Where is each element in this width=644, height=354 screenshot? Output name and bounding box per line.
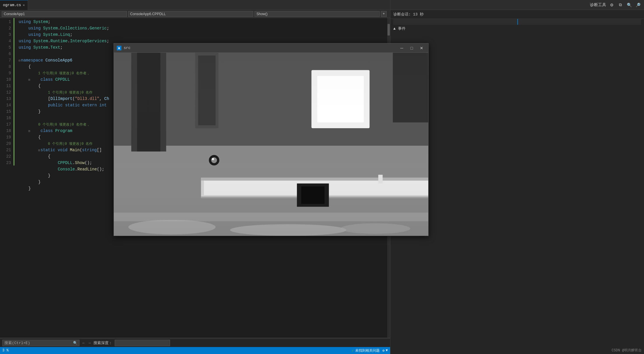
tab-bar: ogram.cs ✕ [0,0,390,10]
search-icon-btn[interactable]: 🔍 [73,341,77,345]
gutter [13,18,17,354]
events-section: ▲ 事件 [390,25,644,32]
window-minimize-btn[interactable]: ─ [398,45,406,51]
window-maximize-btn[interactable]: □ [408,45,415,51]
code-line-2: using System.Collections.Generic; [17,25,387,31]
ok-icon: ✓ [351,348,354,353]
search-input-wrap[interactable]: 搜索(Ctrl+E) 🔍 [2,340,79,346]
depth-label: 搜索深度： [93,340,112,346]
camera-title-icon: ▣ [117,46,121,50]
diag-attach-btn[interactable]: ⧉ [617,2,624,8]
session-label: 诊断会话: [393,12,411,17]
camera-window: ▣ src ─ □ ✕ [114,43,429,236]
events-header[interactable]: ▲ 事件 [393,25,641,32]
line-numbers: 12345 678910 1112131415 1617181920 21222… [0,18,13,354]
method-dropdown[interactable]: Show() [254,11,380,17]
session-value: 13 秒 [413,12,424,17]
camera-content [114,53,428,236]
svg-rect-24 [114,53,428,236]
diag-session: 诊断会话: 13 秒 [390,10,644,19]
nav-add-btn[interactable]: + [381,11,387,17]
zoom-status: 3 % [2,348,9,353]
camera-titlebar: ▣ src ─ □ ✕ [114,43,428,53]
diag-settings-btn[interactable]: ⚙ [608,2,615,8]
tab-program-cs[interactable]: ogram.cs ✕ [0,0,28,10]
diag-header: 诊断工具 ⚙ ⧉ 🔍 🔎 [390,0,644,10]
code-line-1: using System; [17,19,387,25]
nav-bar: ConsoleApp1 ConsoleApp6.CPPDLL Show() + [0,10,390,18]
nav-prev-btn[interactable]: ← [82,341,85,345]
diag-title: 诊断工具 [590,2,606,8]
camera-image [114,53,428,236]
events-label: ▲ 事件 [393,26,406,31]
class-dropdown[interactable]: ConsoleApp6.CPPDLL [128,11,253,17]
search-label: 搜索(Ctrl+E) [4,340,30,346]
timeline-bar[interactable] [393,19,641,25]
filter-status[interactable]: ⚙ ▼ [383,348,388,353]
camera-title-text: src [124,46,396,50]
tab-close-btn[interactable]: ✕ [23,3,25,7]
watermark: CSDN @明月醉宵台 [612,348,642,353]
code-line-3: using System.Linq; [17,31,387,38]
nav-next-btn[interactable]: → [88,341,91,345]
project-dropdown[interactable]: ConsoleApp1 [2,11,127,17]
window-close-btn[interactable]: ✕ [418,45,425,51]
search-bar: 搜索(Ctrl+E) 🔍 ← → 搜索深度： [0,338,390,347]
scroll-thumb [388,24,390,36]
diag-zoom-out-btn[interactable]: 🔎 [635,2,641,8]
status-bar: 3 % ✓ 未找到相关问题 ⚙ ▼ [0,347,390,354]
diag-zoom-in-btn[interactable]: 🔍 [626,2,632,8]
no-issues-status: ✓ 未找到相关问题 [351,348,379,353]
search-input[interactable] [31,341,72,345]
tab-label: ogram.cs [3,3,21,7]
depth-input[interactable] [115,340,170,346]
